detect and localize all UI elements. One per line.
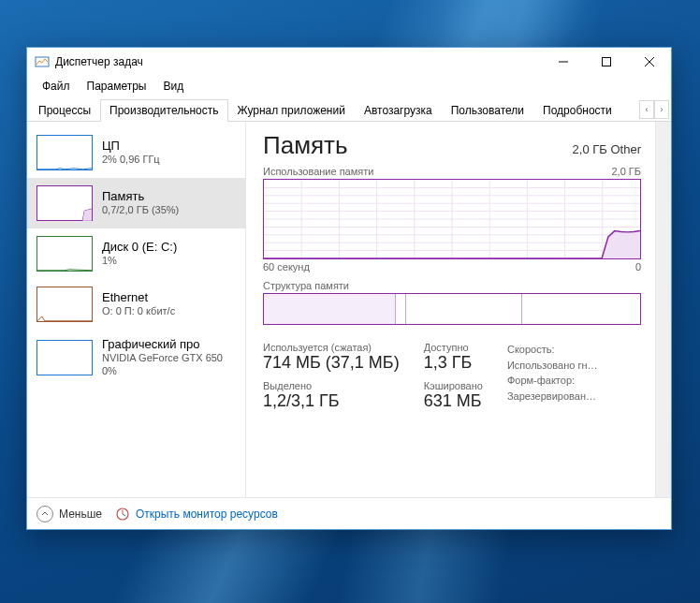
svg-line-27 — [123, 514, 125, 516]
gpu-extra: 0% — [102, 365, 223, 378]
gpu-title: Графический про — [102, 337, 223, 352]
available-label: Доступно — [424, 342, 483, 353]
menu-file[interactable]: Файл — [35, 78, 78, 95]
available-value: 1,3 ГБ — [424, 353, 483, 373]
task-manager-window: Диспетчер задач Файл Параметры Вид Проце… — [26, 47, 672, 530]
memory-thumb — [36, 185, 93, 221]
cpu-sub: 2% 0,96 ГГц — [102, 154, 160, 167]
memory-usage-chart[interactable] — [263, 179, 641, 259]
disk-thumb — [36, 236, 93, 272]
cached-value: 631 МБ — [424, 391, 483, 411]
tab-users[interactable]: Пользователи — [442, 99, 533, 122]
minimize-button[interactable] — [542, 48, 585, 76]
tab-startup[interactable]: Автозагрузка — [355, 99, 442, 122]
disk-sub: 1% — [102, 255, 177, 268]
sidebar-item-cpu[interactable]: ЦП 2% 0,96 ГГц — [27, 127, 245, 178]
sidebar-item-memory[interactable]: Память 0,7/2,0 ГБ (35%) — [27, 178, 245, 228]
in-use-value: 714 МБ (37,1 МБ) — [263, 353, 400, 373]
app-icon — [35, 54, 50, 69]
axis-left: 60 секунд — [263, 261, 310, 272]
window-title: Диспетчер задач — [55, 55, 143, 68]
memory-info: Скорость: Использовано гн… Форм-фактор: … — [507, 342, 641, 411]
memory-composition-bar[interactable] — [263, 293, 641, 325]
sidebar-item-gpu[interactable]: Графический про NVIDIA GeForce GTX 650 0… — [27, 330, 245, 386]
structure-label: Структура памяти — [263, 280, 641, 291]
tab-performance[interactable]: Производительность — [100, 99, 227, 122]
axis-right: 0 — [635, 261, 641, 272]
sidebar-item-disk[interactable]: Диск 0 (E: C:) 1% — [27, 228, 245, 279]
usage-max: 2,0 ГБ — [611, 166, 641, 177]
cpu-title: ЦП — [102, 139, 160, 154]
disk-title: Диск 0 (E: C:) — [102, 240, 177, 255]
usage-label: Использование памяти — [263, 166, 373, 177]
menubar: Файл Параметры Вид — [27, 76, 671, 98]
resource-sidebar: ЦП 2% 0,96 ГГц Память 0,7/2,0 ГБ (35%) — [27, 122, 246, 497]
tabstrip: Процессы Производительность Журнал прило… — [27, 98, 671, 122]
memory-sub: 0,7/2,0 ГБ (35%) — [102, 204, 179, 217]
cached-label: Кэшировано — [424, 380, 483, 391]
resmon-label: Открыть монитор ресурсов — [136, 507, 278, 521]
detail-capacity: 2,0 ГБ Other — [573, 142, 641, 156]
tab-scroll-left[interactable]: ‹ — [639, 100, 654, 119]
memory-detail: Память 2,0 ГБ Other Использование памяти… — [246, 122, 671, 497]
cpu-thumb — [36, 135, 93, 170]
committed-value: 1,2/3,1 ГБ — [263, 391, 400, 411]
info-reserved: Зарезервирован… — [507, 389, 641, 404]
sidebar-item-ethernet[interactable]: Ethernet О: 0 П: 0 кбит/с — [27, 279, 245, 330]
footer: Меньше Открыть монитор ресурсов — [27, 497, 671, 529]
memory-title: Память — [102, 189, 179, 204]
ethernet-sub: О: 0 П: 0 кбит/с — [102, 305, 175, 318]
fewer-details-button[interactable]: Меньше — [36, 506, 102, 522]
tab-processes[interactable]: Процессы — [29, 99, 100, 122]
menu-options[interactable]: Параметры — [80, 78, 154, 95]
ethernet-title: Ethernet — [102, 290, 175, 305]
info-speed: Скорость: — [507, 342, 641, 358]
open-resource-monitor-link[interactable]: Открыть монитор ресурсов — [115, 507, 278, 522]
info-form: Форм-фактор: — [507, 373, 641, 389]
close-button[interactable] — [628, 48, 671, 76]
gpu-thumb — [36, 340, 93, 375]
titlebar[interactable]: Диспетчер задач — [27, 48, 671, 76]
menu-view[interactable]: Вид — [155, 78, 191, 95]
tab-app-history[interactable]: Журнал приложений — [228, 99, 355, 122]
svg-marker-5 — [82, 209, 92, 221]
info-slots: Использовано гн… — [507, 358, 641, 374]
performance-body: ЦП 2% 0,96 ГГц Память 0,7/2,0 ГБ (35%) — [27, 122, 671, 497]
tab-scroll-right[interactable]: › — [654, 100, 669, 119]
ethernet-thumb — [36, 287, 93, 322]
in-use-label: Используется (сжатая) — [263, 342, 400, 353]
maximize-button[interactable] — [585, 48, 628, 76]
tab-details[interactable]: Подробности — [533, 99, 621, 122]
fewer-label: Меньше — [59, 507, 102, 521]
svg-rect-2 — [603, 58, 611, 66]
svg-rect-0 — [36, 57, 49, 66]
committed-label: Выделено — [263, 380, 400, 391]
gpu-sub: NVIDIA GeForce GTX 650 — [102, 352, 223, 365]
detail-title: Память — [263, 131, 348, 160]
detail-scrollbar[interactable] — [655, 122, 671, 497]
chevron-up-icon — [36, 506, 53, 522]
resource-monitor-icon — [115, 507, 130, 522]
